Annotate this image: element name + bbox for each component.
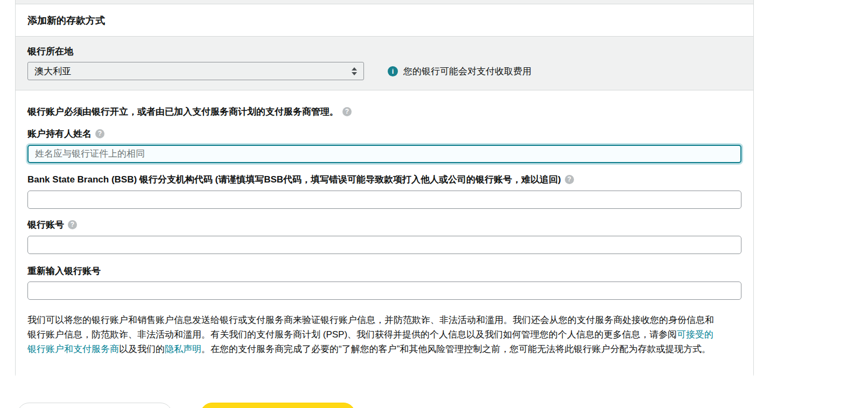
bsb-label-row: Bank State Branch (BSB) 银行分支机构代码 (请谨慎填写B… bbox=[27, 174, 753, 185]
bank-location-section: 银行所在地 澳大利亚 i 您的银行可能会对支付收取费用 bbox=[16, 37, 753, 90]
form-intro-text: 银行账户必须由银行开立，或者由已加入支付服务商计划的支付服务商管理。 bbox=[27, 107, 339, 117]
reenter-account-number-label-row: 重新输入银行账号 bbox=[27, 266, 753, 276]
disclaimer-text: 我们可以将您的银行账户和销售账户信息发送给银行或支付服务商来验证银行账户信息，并… bbox=[27, 315, 714, 340]
submit-button-partial[interactable] bbox=[200, 403, 355, 408]
deposit-method-page: 添加新的存款方式 银行所在地 澳大利亚 i 您的银行可能会对支付收取费用 bbox=[0, 0, 868, 408]
bsb-label: Bank State Branch (BSB) 银行分支机构代码 (请谨慎填写B… bbox=[27, 174, 561, 185]
form-intro: 银行账户必须由银行开立，或者由已加入支付服务商计划的支付服务商管理。? bbox=[27, 107, 753, 117]
help-icon[interactable]: ? bbox=[95, 129, 104, 138]
account-holder-label: 账户持有人姓名 bbox=[27, 129, 92, 139]
deposit-method-card: 添加新的存款方式 银行所在地 澳大利亚 i 您的银行可能会对支付收取费用 bbox=[15, 0, 754, 378]
help-icon[interactable]: ? bbox=[68, 220, 77, 229]
account-number-label: 银行账号 bbox=[27, 220, 64, 230]
account-number-label-row: 银行账号? bbox=[27, 220, 753, 230]
cancel-button-partial[interactable] bbox=[17, 403, 172, 408]
select-updown-icon bbox=[352, 67, 357, 75]
account-holder-label-row: 账户持有人姓名? bbox=[27, 129, 753, 139]
page-title: 添加新的存款方式 bbox=[27, 14, 105, 27]
bank-account-form: 银行账户必须由银行开立，或者由已加入支付服务商计划的支付服务商管理。? 账户持有… bbox=[16, 90, 753, 378]
account-number-input[interactable] bbox=[27, 236, 741, 254]
bank-fee-info: i 您的银行可能会对支付收取费用 bbox=[388, 65, 531, 78]
account-holder-input[interactable] bbox=[27, 145, 741, 163]
bank-location-select[interactable]: 澳大利亚 bbox=[27, 62, 364, 80]
info-icon: i bbox=[388, 66, 398, 76]
card-header: 添加新的存款方式 bbox=[16, 4, 753, 37]
disclaimer-text: 以及我们的 bbox=[119, 344, 165, 354]
bank-location-selected-value: 澳大利亚 bbox=[34, 65, 352, 78]
disclaimer-link[interactable]: 隐私声明 bbox=[165, 344, 201, 354]
bsb-input[interactable] bbox=[27, 191, 741, 209]
previous-section-edge bbox=[16, 0, 753, 4]
disclaimer-text: 。在您的支付服务商完成了必要的“了解您的客户”和其他风险管理控制之前，您可能无法… bbox=[201, 344, 711, 354]
help-icon[interactable]: ? bbox=[342, 107, 352, 116]
bank-fee-info-text: 您的银行可能会对支付收取费用 bbox=[403, 65, 531, 78]
bank-location-label: 银行所在地 bbox=[27, 47, 753, 57]
reenter-account-number-input[interactable] bbox=[27, 282, 741, 300]
help-icon[interactable]: ? bbox=[565, 175, 574, 184]
disclaimer-paragraph: 我们可以将您的银行账户和销售账户信息发送给银行或支付服务商来验证银行账户信息，并… bbox=[27, 313, 721, 356]
reenter-account-number-label: 重新输入银行账号 bbox=[27, 266, 101, 276]
